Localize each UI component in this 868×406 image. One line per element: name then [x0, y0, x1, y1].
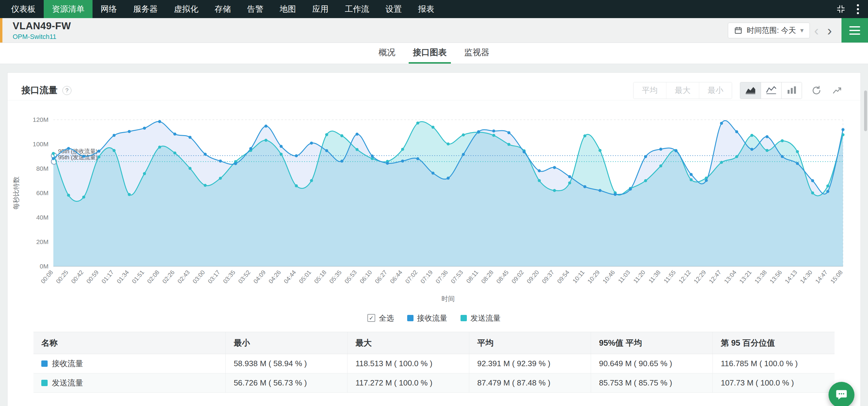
- svg-text:11:20: 11:20: [632, 269, 647, 284]
- svg-text:06:10: 06:10: [358, 269, 373, 285]
- next-period-button[interactable]: ›: [823, 24, 836, 37]
- tab-monitors[interactable]: 监视器: [460, 43, 494, 64]
- more-menu-icon[interactable]: [856, 3, 860, 16]
- col-95-percentile: 第 95 百分位值: [713, 332, 835, 354]
- nav-item-alarms[interactable]: 告警: [239, 0, 272, 18]
- receive-label: 接收流量: [417, 313, 447, 323]
- nav-item-maps[interactable]: 地图: [272, 0, 304, 18]
- chart-type-line-button[interactable]: [761, 82, 781, 99]
- header-accent-bar: [0, 18, 2, 42]
- svg-text:07:19: 07:19: [419, 269, 434, 285]
- table-header-row: 名称 最小 最大 平均 95%值 平均 第 95 百分位值: [33, 332, 835, 354]
- nav-item-apps[interactable]: 应用: [304, 0, 337, 18]
- help-icon[interactable]: ?: [62, 86, 71, 95]
- row-name-receive: 接收流量: [52, 358, 83, 369]
- page-title: VLAN49-FW: [13, 20, 71, 32]
- chart-type-bar-button[interactable]: [781, 82, 802, 99]
- svg-text:09:20: 09:20: [525, 269, 540, 285]
- title-block: VLAN49-FW OPM-Switch11: [13, 18, 71, 42]
- svg-text:00:08: 00:08: [39, 269, 54, 285]
- time-range-dropdown[interactable]: 时间范围: 今天 ▾: [728, 23, 810, 38]
- nav-item-settings[interactable]: 设置: [377, 0, 410, 18]
- nav-item-storage[interactable]: 存储: [207, 0, 239, 18]
- tab-bar: 概况 接口图表 监视器: [0, 43, 868, 64]
- prev-period-button[interactable]: ‹: [810, 24, 823, 37]
- legend-item-send[interactable]: 发送流量: [461, 313, 501, 323]
- svg-text:07:02: 07:02: [404, 269, 418, 285]
- svg-text:02:43: 02:43: [176, 269, 191, 285]
- device-link[interactable]: OPM-Switch11: [13, 33, 71, 41]
- fullscreen-icon[interactable]: [836, 4, 845, 13]
- svg-text:03:52: 03:52: [237, 269, 252, 285]
- svg-text:11:55: 11:55: [662, 269, 677, 284]
- chart-type-area-button[interactable]: [740, 82, 761, 99]
- legend-select-all[interactable]: 全选: [367, 313, 394, 323]
- card-title: 接口流量: [22, 84, 58, 96]
- svg-text:00:25: 00:25: [55, 269, 69, 285]
- table-row-receive: 接收流量 58.938 M ( 58.94 % ) 118.513 M ( 10…: [33, 354, 835, 373]
- max-button[interactable]: 最大: [666, 82, 699, 99]
- tab-interface-charts[interactable]: 接口图表: [409, 43, 451, 64]
- svg-text:06:44: 06:44: [389, 269, 404, 285]
- svg-text:01:51: 01:51: [130, 269, 145, 285]
- tab-overview[interactable]: 概况: [374, 43, 400, 64]
- nav-item-dashboard[interactable]: 仪表板: [3, 0, 44, 18]
- card-tools: 平均 最大 最小: [633, 82, 844, 99]
- nav-item-network[interactable]: 网络: [93, 0, 125, 18]
- svg-text:02:08: 02:08: [146, 269, 161, 285]
- svg-text:12:29: 12:29: [692, 269, 707, 285]
- header-menu-button[interactable]: [841, 18, 868, 42]
- app-root: 仪表板 资源清单 网络 服务器 虚拟化 存储 告警 地图 应用 工作流 设置 报…: [0, 0, 868, 406]
- svg-text:80M: 80M: [36, 165, 49, 172]
- trend-icon[interactable]: [831, 84, 844, 97]
- traffic-chart[interactable]: 0M20M40M60M80M100M120M95th (接收流量)95th (发…: [7, 105, 861, 305]
- svg-text:01:17: 01:17: [100, 269, 115, 285]
- chat-button[interactable]: [829, 382, 855, 406]
- stat-toggle-group: 平均 最大 最小: [633, 82, 732, 99]
- svg-text:13:38: 13:38: [753, 269, 768, 285]
- svg-text:12:12: 12:12: [677, 269, 692, 285]
- svg-text:05:53: 05:53: [343, 269, 358, 285]
- area-chart-icon: [745, 85, 756, 96]
- svg-text:11:38: 11:38: [647, 269, 661, 284]
- col-min: 最小: [226, 332, 347, 354]
- svg-text:08:11: 08:11: [465, 269, 479, 284]
- refresh-icon[interactable]: [810, 84, 823, 97]
- svg-text:13:04: 13:04: [723, 269, 738, 285]
- svg-text:13:56: 13:56: [769, 269, 783, 285]
- svg-text:00:59: 00:59: [85, 269, 100, 285]
- svg-text:07:53: 07:53: [450, 269, 464, 285]
- nav-item-inventory[interactable]: 资源清单: [44, 0, 93, 18]
- svg-text:05:01: 05:01: [298, 269, 313, 285]
- receive-max: 118.513 M ( 100.0 % ): [347, 354, 469, 373]
- svg-text:04:26: 04:26: [267, 269, 282, 285]
- select-all-checkbox[interactable]: [367, 314, 375, 322]
- svg-text:09:37: 09:37: [541, 269, 555, 285]
- scrollbar-thumb[interactable]: [864, 90, 867, 131]
- avg-button[interactable]: 平均: [633, 82, 666, 99]
- row-swatch-send: [41, 380, 48, 386]
- nav-item-servers[interactable]: 服务器: [125, 0, 166, 18]
- svg-text:40M: 40M: [36, 214, 49, 221]
- svg-text:12:47: 12:47: [708, 269, 722, 285]
- svg-text:10:11: 10:11: [571, 269, 586, 284]
- nav-item-virtualization[interactable]: 虚拟化: [166, 0, 207, 18]
- chart-legend: 全选 接收流量 发送流量: [7, 313, 861, 323]
- svg-text:0M: 0M: [40, 263, 49, 270]
- nav-item-reports[interactable]: 报表: [410, 0, 442, 18]
- col-95-avg: 95%值 平均: [591, 332, 713, 354]
- hamburger-icon: [849, 26, 860, 35]
- nav-items: 仪表板 资源清单 网络 服务器 虚拟化 存储 告警 地图 应用 工作流 设置 报…: [0, 0, 442, 18]
- svg-text:05:18: 05:18: [313, 269, 328, 285]
- svg-text:14:13: 14:13: [784, 269, 798, 285]
- svg-text:09:54: 09:54: [556, 269, 570, 285]
- col-max: 最大: [347, 332, 469, 354]
- legend-item-receive[interactable]: 接收流量: [407, 313, 447, 323]
- min-button[interactable]: 最小: [699, 82, 732, 99]
- svg-text:11:03: 11:03: [617, 269, 631, 284]
- row-swatch-receive: [41, 360, 48, 367]
- caret-down-icon: ▾: [800, 27, 804, 34]
- nav-item-workflow[interactable]: 工作流: [337, 0, 377, 18]
- send-min: 56.726 M ( 56.73 % ): [226, 373, 347, 393]
- svg-text:60M: 60M: [36, 190, 49, 196]
